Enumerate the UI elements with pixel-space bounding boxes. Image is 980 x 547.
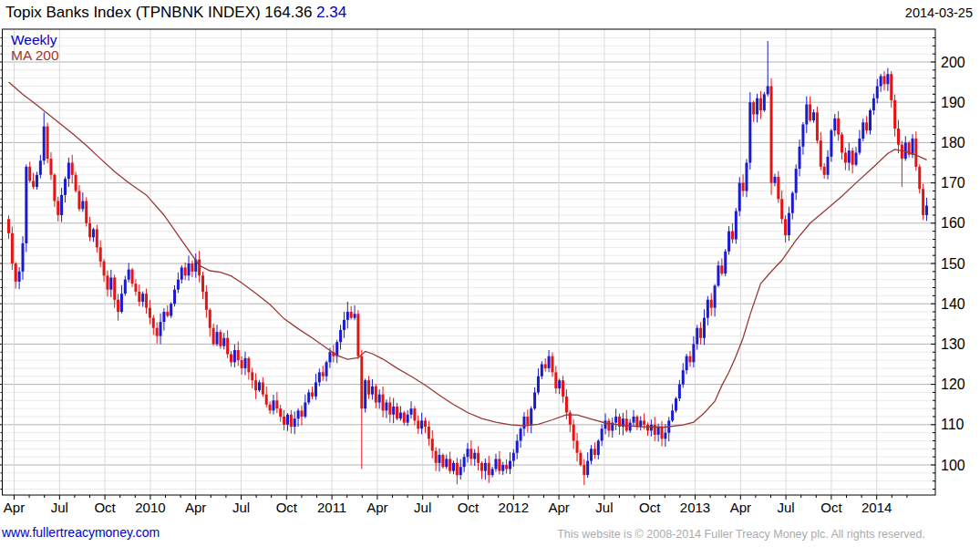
svg-text:Jul: Jul <box>51 500 68 515</box>
svg-text:Oct: Oct <box>639 500 661 515</box>
svg-text:Apr: Apr <box>366 500 387 515</box>
gridlines-major <box>3 62 936 465</box>
svg-text:190: 190 <box>941 95 965 110</box>
svg-text:Apr: Apr <box>730 500 751 515</box>
svg-text:2010: 2010 <box>135 500 165 515</box>
svg-text:Jul: Jul <box>778 500 795 515</box>
svg-text:100: 100 <box>941 458 965 473</box>
gridlines-vertical <box>15 29 877 495</box>
legend-weekly-label: Weekly <box>11 32 59 47</box>
svg-text:Apr: Apr <box>4 500 25 515</box>
svg-text:Oct: Oct <box>94 500 116 515</box>
svg-text:110: 110 <box>941 417 965 432</box>
x-axis-labels: AprJulOct2010AprJulOct2011AprJulOct2012A… <box>4 500 892 515</box>
svg-text:160: 160 <box>941 215 965 231</box>
svg-text:2014: 2014 <box>861 500 892 515</box>
svg-text:Oct: Oct <box>458 500 480 515</box>
svg-text:Jul: Jul <box>595 500 613 515</box>
svg-text:Oct: Oct <box>820 500 842 515</box>
svg-text:170: 170 <box>941 175 965 191</box>
svg-text:2011: 2011 <box>317 500 346 515</box>
svg-text:140: 140 <box>941 296 965 312</box>
chart-legend: Weekly MA 200 <box>11 32 59 63</box>
svg-text:180: 180 <box>941 135 965 150</box>
svg-text:Jul: Jul <box>414 500 431 515</box>
footer-copyright: This website is © 2008-2014 Fuller Treac… <box>557 528 925 541</box>
svg-text:Apr: Apr <box>548 500 569 515</box>
svg-text:2013: 2013 <box>680 500 710 515</box>
svg-text:120: 120 <box>941 377 965 392</box>
svg-text:Apr: Apr <box>185 500 206 515</box>
svg-text:200: 200 <box>941 55 965 70</box>
legend-ma200-label: MA 200 <box>11 47 59 63</box>
svg-text:2012: 2012 <box>499 500 529 515</box>
svg-text:Jul: Jul <box>232 500 250 515</box>
y-axis-labels: 100110120130140150160170180190200 <box>941 55 965 473</box>
svg-text:150: 150 <box>941 256 965 272</box>
svg-text:Oct: Oct <box>276 500 298 515</box>
footer-site-link[interactable]: www.fullertreacymoney.com <box>2 525 160 540</box>
page-root: Topix Banks Index (TPNBNK INDEX) 164.36 … <box>0 0 980 547</box>
svg-text:130: 130 <box>941 336 965 352</box>
price-chart: 100110120130140150160170180190200AprJulO… <box>0 0 980 521</box>
